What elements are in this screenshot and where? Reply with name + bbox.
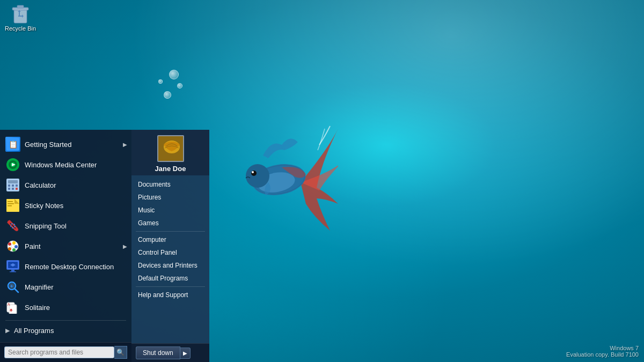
all-programs-label: All Programs bbox=[14, 327, 54, 335]
desktop: Recycle Bin 📋 Getting Started ▶ bbox=[0, 0, 644, 362]
getting-started-arrow: ▶ bbox=[123, 142, 127, 147]
right-links-list: Documents Pictures Music Games Computer … bbox=[131, 175, 209, 343]
svg-point-33 bbox=[8, 242, 11, 246]
right-separator-2 bbox=[136, 286, 205, 287]
watermark-line2: Evaluation copy. Build 7100 bbox=[566, 351, 639, 358]
svg-rect-19 bbox=[16, 184, 18, 187]
start-menu-left-panel: 📋 Getting Started ▶ Windows Media Center bbox=[0, 130, 131, 362]
svg-point-35 bbox=[14, 245, 18, 248]
svg-point-3 bbox=[246, 164, 269, 188]
menu-item-calculator[interactable]: Calculator bbox=[0, 175, 131, 195]
paint-label: Paint bbox=[25, 242, 41, 250]
pinned-programs-list: 📋 Getting Started ▶ Windows Media Center bbox=[0, 130, 131, 342]
windows-watermark: Windows 7 Evaluation copy. Build 7100 bbox=[566, 345, 639, 358]
svg-line-46 bbox=[14, 289, 18, 292]
right-item-help-support[interactable]: Help and Support bbox=[131, 289, 209, 301]
svg-point-34 bbox=[12, 241, 16, 245]
right-item-games[interactable]: Games bbox=[131, 217, 209, 230]
remote-desktop-icon bbox=[5, 259, 20, 274]
svg-rect-20 bbox=[8, 188, 10, 190]
bubble bbox=[177, 83, 182, 88]
right-item-computer[interactable]: Computer bbox=[131, 233, 209, 246]
wmc-label: Windows Media Center bbox=[25, 161, 97, 169]
bubble bbox=[169, 70, 179, 79]
svg-point-1 bbox=[251, 161, 307, 198]
svg-text:+: + bbox=[10, 284, 13, 289]
svg-rect-16 bbox=[8, 180, 18, 183]
getting-started-icon: 📋 bbox=[5, 137, 20, 152]
right-item-documents[interactable]: Documents bbox=[131, 178, 209, 191]
snipping-tool-icon bbox=[5, 218, 20, 233]
menu-item-solitaire[interactable]: ♠ A Solitaire bbox=[0, 297, 131, 317]
recycle-bin-icon[interactable]: Recycle Bin bbox=[4, 3, 36, 32]
wmc-icon bbox=[5, 157, 20, 172]
svg-rect-42 bbox=[11, 270, 14, 271]
search-input[interactable] bbox=[4, 346, 114, 358]
menu-item-remote-desktop[interactable]: Remote Desktop Connection bbox=[0, 256, 131, 277]
svg-text:♠: ♠ bbox=[10, 307, 13, 313]
menu-item-magnifier[interactable]: + Magnifier bbox=[0, 277, 131, 297]
shutdown-options-button[interactable]: ▶ bbox=[180, 348, 191, 359]
svg-rect-21 bbox=[12, 188, 14, 190]
snipping-tool-label: Snipping Tool bbox=[25, 222, 67, 230]
right-separator bbox=[136, 231, 205, 232]
shutdown-button[interactable]: Shut down bbox=[136, 346, 180, 359]
bubble bbox=[158, 79, 163, 84]
svg-rect-43 bbox=[10, 271, 16, 272]
right-item-default-programs[interactable]: Default Programs bbox=[131, 272, 209, 285]
menu-item-getting-started[interactable]: 📋 Getting Started ▶ bbox=[0, 134, 131, 154]
start-menu-right-panel: Jane Doe Documents Pictures Music Games … bbox=[131, 130, 209, 362]
right-item-control-panel[interactable]: Control Panel bbox=[131, 246, 209, 259]
right-item-pictures[interactable]: Pictures bbox=[131, 191, 209, 204]
solitaire-label: Solitaire bbox=[25, 304, 50, 312]
svg-rect-8 bbox=[17, 5, 24, 8]
svg-point-5 bbox=[252, 171, 254, 173]
right-item-devices-printers[interactable]: Devices and Printers bbox=[131, 259, 209, 272]
remote-desktop-label: Remote Desktop Connection bbox=[25, 263, 114, 271]
svg-rect-24 bbox=[8, 201, 13, 202]
fish-image bbox=[231, 118, 338, 236]
svg-text:A: A bbox=[8, 302, 10, 306]
recycle-bin-image bbox=[10, 3, 31, 24]
menu-item-sticky-notes[interactable]: Sticky Notes bbox=[0, 195, 131, 216]
sticky-notes-icon bbox=[5, 198, 20, 213]
svg-point-36 bbox=[12, 248, 16, 252]
svg-text:📋: 📋 bbox=[9, 140, 18, 149]
user-avatar[interactable] bbox=[157, 135, 184, 162]
user-section: Jane Doe bbox=[131, 130, 209, 175]
svg-point-0 bbox=[250, 160, 308, 200]
all-programs-item[interactable]: ▶ All Programs bbox=[0, 323, 131, 338]
svg-rect-22 bbox=[16, 188, 18, 190]
svg-point-37 bbox=[8, 247, 11, 250]
start-menu: 📋 Getting Started ▶ Windows Media Center bbox=[0, 130, 209, 362]
svg-point-2 bbox=[256, 169, 296, 195]
svg-point-31 bbox=[15, 228, 18, 231]
svg-point-4 bbox=[251, 171, 257, 176]
search-bar: 🔍 bbox=[0, 342, 131, 362]
paint-icon bbox=[5, 239, 20, 254]
search-button[interactable]: 🔍 bbox=[114, 346, 127, 359]
solitaire-icon: ♠ A bbox=[5, 300, 20, 315]
bubble bbox=[164, 91, 171, 99]
svg-point-30 bbox=[8, 220, 11, 224]
menu-separator bbox=[5, 320, 126, 321]
menu-item-windows-media-center[interactable]: Windows Media Center bbox=[0, 154, 131, 175]
svg-rect-26 bbox=[8, 205, 12, 206]
shutdown-bar: Shut down ▶ bbox=[131, 343, 209, 362]
svg-rect-25 bbox=[8, 203, 14, 204]
calculator-icon bbox=[5, 178, 20, 193]
svg-rect-18 bbox=[12, 184, 14, 187]
watermark-line1: Windows 7 bbox=[566, 345, 639, 351]
recycle-bin-label: Recycle Bin bbox=[5, 25, 36, 32]
getting-started-label: Getting Started bbox=[25, 141, 71, 149]
menu-item-paint[interactable]: Paint ▶ bbox=[0, 236, 131, 256]
paint-arrow: ▶ bbox=[123, 243, 127, 249]
magnifier-label: Magnifier bbox=[25, 283, 53, 291]
magnifier-icon: + bbox=[5, 279, 20, 294]
sticky-notes-label: Sticky Notes bbox=[25, 202, 63, 210]
user-name-label: Jane Doe bbox=[155, 165, 186, 173]
right-item-music[interactable]: Music bbox=[131, 204, 209, 217]
menu-item-snipping-tool[interactable]: Snipping Tool bbox=[0, 216, 131, 236]
all-programs-arrow: ▶ bbox=[5, 327, 10, 334]
calculator-label: Calculator bbox=[25, 181, 56, 189]
